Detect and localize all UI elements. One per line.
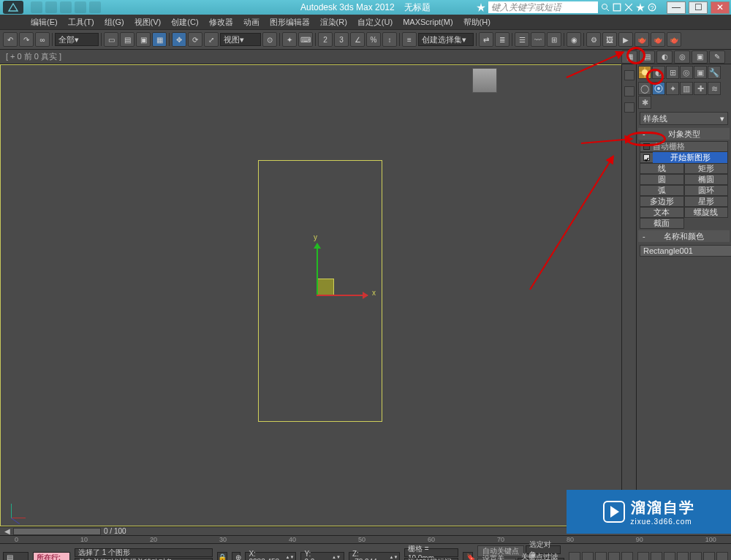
teapot-icon[interactable]: 🫖 — [651, 32, 665, 47]
geometry-cat[interactable]: ◯ — [638, 82, 651, 95]
percent-snap-button[interactable]: % — [366, 32, 381, 47]
coord-x-spinner[interactable]: X: 2283.458m▲▼ — [245, 552, 296, 561]
zoom-button[interactable] — [637, 552, 649, 561]
qat-btn[interactable] — [45, 1, 57, 13]
fov-button[interactable] — [677, 552, 689, 561]
graphite-btn[interactable]: ▦ — [621, 50, 637, 64]
manipulate-button[interactable]: ✦ — [282, 32, 297, 47]
strip-icon[interactable] — [624, 102, 635, 113]
object-name-input[interactable] — [640, 245, 731, 257]
systems-cat[interactable]: ✱ — [638, 96, 651, 109]
cameras-cat[interactable]: ▥ — [680, 82, 693, 95]
maximize-viewport-button[interactable] — [716, 552, 728, 561]
shape-star-button[interactable]: 星形 — [684, 196, 729, 207]
viewport-label[interactable]: [ + 0 前 0 真实 ] — [6, 51, 61, 62]
spinner-snap-button[interactable]: ↕ — [382, 32, 397, 47]
menu-item[interactable]: 自定义(U) — [353, 15, 397, 29]
help-icon[interactable]: ? — [648, 3, 656, 12]
window-crossing-button[interactable]: ▦ — [152, 32, 167, 47]
hierarchy-tab[interactable]: ⊞ — [666, 66, 679, 79]
transform-type-in-icon[interactable]: ⊕ — [232, 552, 240, 561]
time-tag-icon[interactable]: 🔖 — [463, 552, 473, 561]
keyboard-button[interactable]: ⌨ — [298, 32, 313, 47]
time-ruler[interactable]: 0102030405060708090100 — [0, 535, 731, 544]
zoom-all-button[interactable] — [651, 552, 662, 561]
qat-btn[interactable] — [60, 1, 72, 13]
prev-frame-button[interactable] — [582, 552, 594, 561]
select-button[interactable]: ▭ — [104, 32, 118, 47]
graphite-btn[interactable]: ▣ — [692, 50, 708, 64]
select-name-button[interactable]: ▤ — [120, 32, 135, 47]
snap-3d-button[interactable]: 3 — [334, 32, 349, 47]
selection-filter-dropdown[interactable]: 全部 ▾ — [55, 33, 99, 46]
shape-rectangle-button[interactable]: 矩形 — [684, 163, 729, 174]
shape-section-button[interactable]: 截面 — [640, 218, 684, 229]
close-button[interactable]: ✕ — [711, 1, 730, 14]
rollout-object-type[interactable]: -对象类型 — [638, 128, 730, 140]
shape-ngon-button[interactable]: 多边形 — [640, 196, 684, 207]
selection-lock-button[interactable]: 🔒 — [217, 552, 227, 561]
shape-helix-button[interactable]: 螺旋线 — [684, 207, 729, 218]
menu-item[interactable]: MAXScript(M) — [398, 16, 457, 28]
spacewarps-cat[interactable]: ≋ — [708, 82, 721, 95]
qat-btn[interactable] — [75, 1, 86, 13]
menu-item[interactable]: 渲染(R) — [316, 15, 352, 29]
orbit-button[interactable] — [703, 552, 715, 561]
angle-snap-button[interactable]: ∠ — [350, 32, 365, 47]
autogrid-checkbox[interactable]: 自动栅格 — [640, 141, 728, 152]
create-tab[interactable] — [638, 66, 651, 79]
subscription-icon[interactable] — [613, 3, 621, 12]
shape-text-button[interactable]: 文本 — [640, 207, 684, 218]
maximize-button[interactable]: ☐ — [689, 1, 708, 14]
script-listener-icon[interactable]: ▤ — [3, 552, 29, 561]
redo-button[interactable]: ↷ — [19, 32, 34, 47]
modify-tab[interactable]: ◐ — [652, 66, 665, 79]
rollout-name-color[interactable]: -名称和颜色 — [638, 230, 730, 242]
display-tab[interactable]: ▣ — [694, 66, 707, 79]
snap-2d-button[interactable]: 2 — [318, 32, 333, 47]
minimize-button[interactable]: — — [667, 1, 686, 14]
help-search-input[interactable]: 键入关键字或短语 — [488, 1, 598, 13]
layer-manager-button[interactable]: ☰ — [515, 32, 529, 47]
select-rotate-button[interactable]: ⟳ — [188, 32, 202, 47]
graphite-btn[interactable]: ✎ — [709, 50, 725, 64]
select-move-button[interactable]: ✥ — [172, 32, 186, 47]
goto-end-button[interactable] — [621, 552, 633, 561]
render-button[interactable]: ▶ — [618, 32, 633, 47]
material-editor-button[interactable]: ◉ — [567, 32, 581, 47]
viewcube[interactable] — [472, 68, 497, 93]
helpers-cat[interactable]: ✚ — [694, 82, 707, 95]
viewport[interactable]: x y — [0, 64, 621, 526]
menu-item[interactable]: 创建(C) — [167, 15, 202, 29]
shape-line-button[interactable]: 线 — [640, 163, 684, 174]
zoom-extents-button[interactable] — [664, 552, 675, 561]
exchange-icon[interactable] — [624, 3, 633, 12]
link-button[interactable]: ∞ — [35, 32, 50, 47]
shapes-subtype-dropdown[interactable]: 样条线 — [640, 112, 728, 125]
menu-item[interactable]: 动画 — [239, 15, 264, 29]
menu-item[interactable]: 图形编辑器 — [265, 15, 314, 29]
schematic-view-button[interactable]: ⊞ — [547, 32, 561, 47]
gizmo-x-axis[interactable] — [317, 295, 368, 296]
teapot-icon[interactable]: 🫖 — [635, 32, 649, 47]
ref-coord-dropdown[interactable]: 视图 ▾ — [220, 33, 261, 46]
menu-item[interactable]: 视图(V) — [130, 15, 166, 29]
qat-btn[interactable] — [31, 1, 42, 13]
favorite-icon[interactable] — [636, 3, 645, 12]
shape-donut-button[interactable]: 圆环 — [684, 185, 729, 196]
menu-item[interactable]: 帮助(H) — [459, 15, 495, 29]
menu-item[interactable]: 修改器 — [205, 15, 238, 29]
search-icon[interactable] — [601, 3, 610, 12]
graphite-btn[interactable]: ▤ — [639, 50, 655, 64]
qat-btn[interactable] — [89, 1, 101, 13]
teapot-icon[interactable]: 🫖 — [667, 32, 681, 47]
named-selection-dropdown[interactable]: 创建选择集 ▾ — [418, 33, 474, 46]
pan-button[interactable] — [690, 552, 702, 561]
coord-y-spinner[interactable]: Y: 0.0mm▲▼ — [300, 552, 344, 561]
shapes-cat[interactable] — [652, 82, 665, 95]
shape-ellipse-button[interactable]: 椭圆 — [684, 174, 729, 185]
coord-z-spinner[interactable]: Z: -78.044mm▲▼ — [349, 552, 400, 561]
infocenter-toggle-icon[interactable] — [477, 3, 485, 12]
align-button[interactable]: ≣ — [495, 32, 510, 47]
graphite-btn[interactable]: ◎ — [674, 50, 690, 64]
